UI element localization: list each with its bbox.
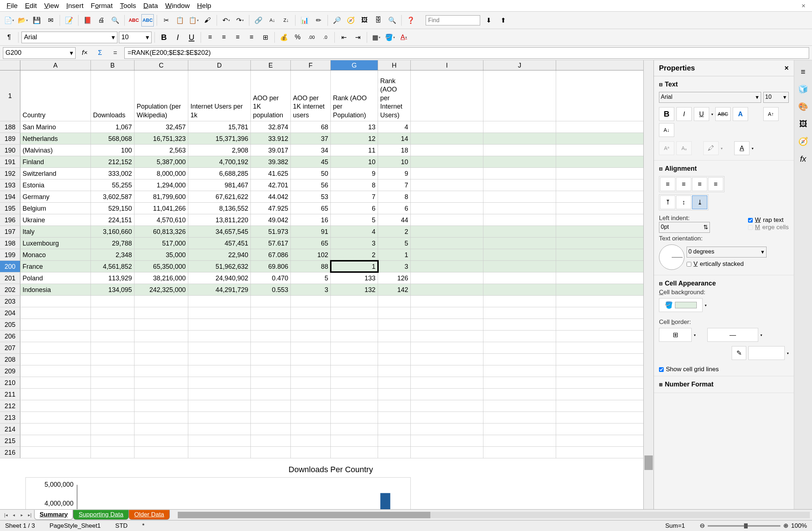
cell-F204[interactable]	[291, 307, 331, 319]
merge-cells-button[interactable]: ⊞	[259, 31, 272, 44]
cell-E213[interactable]	[251, 412, 291, 423]
cell-H197[interactable]: 2	[378, 226, 411, 237]
cell-A216[interactable]	[20, 447, 91, 458]
cell-A196[interactable]: Ukraine	[20, 214, 91, 226]
cell-I197[interactable]	[411, 226, 483, 237]
cell-J209[interactable]	[483, 365, 556, 377]
cell-F213[interactable]	[291, 412, 331, 423]
cell-B208[interactable]	[91, 354, 134, 365]
orientation-select[interactable]: 0 degrees▾	[687, 247, 767, 258]
cell-I207[interactable]	[411, 342, 483, 353]
styles-panel-icon[interactable]: 🎨	[797, 100, 810, 113]
row-header-194[interactable]: 194	[0, 191, 20, 202]
header-cell[interactable]: Country	[20, 70, 91, 121]
sort-asc-button[interactable]: A↓	[266, 14, 278, 27]
cell-D198[interactable]: 457,451	[188, 238, 251, 249]
paste-button[interactable]: 📋	[188, 14, 200, 27]
cell-I195[interactable]	[411, 203, 483, 214]
sb-halign-right[interactable]: ≡	[692, 177, 707, 191]
column-header-E[interactable]: E	[251, 60, 291, 70]
name-box[interactable]: G200	[3, 47, 76, 59]
sb-valign-top[interactable]: ⤒	[660, 195, 675, 209]
datasources-button[interactable]: 🗄	[372, 14, 385, 27]
cell-I202[interactable]	[411, 284, 483, 295]
insert-mode-label[interactable]: STD	[115, 522, 128, 530]
cell-F212[interactable]	[291, 400, 331, 412]
cell-H216[interactable]	[378, 447, 411, 458]
header-cell[interactable]: Rank (AOO per Population)	[331, 70, 378, 121]
cell-C199[interactable]: 35,000	[134, 249, 188, 260]
border-color-button[interactable]: ✎	[732, 346, 746, 360]
zoom-out-button[interactable]: ⊖	[700, 522, 705, 530]
cell-C213[interactable]	[134, 412, 188, 423]
cell-G203[interactable]	[331, 296, 378, 307]
cell-E208[interactable]	[251, 354, 291, 365]
cell-G196[interactable]: 5	[331, 214, 378, 226]
cell-E212[interactable]	[251, 400, 291, 412]
cell-H188[interactable]: 4	[378, 121, 411, 133]
cell-F211[interactable]	[291, 389, 331, 400]
menu-data[interactable]: Data	[140, 0, 161, 11]
functions-panel-icon[interactable]: fx	[797, 153, 810, 166]
header-cell[interactable]	[411, 70, 483, 121]
cell-F199[interactable]: 102	[291, 249, 331, 260]
cell-D216[interactable]	[188, 447, 251, 458]
cell-J210[interactable]	[483, 377, 556, 388]
zoom-button[interactable]: 🔍	[386, 14, 398, 27]
row-header-200[interactable]: 200	[0, 261, 20, 272]
cell-B216[interactable]	[91, 447, 134, 458]
cell-B202[interactable]: 134,095	[91, 284, 134, 295]
cell-J207[interactable]	[483, 342, 556, 353]
cell-J189[interactable]	[483, 133, 556, 144]
cell-E191[interactable]: 39.382	[251, 156, 291, 167]
cell-D188[interactable]: 15,781	[188, 121, 251, 133]
cell-G204[interactable]	[331, 307, 378, 319]
cell-E201[interactable]: 0.470	[251, 272, 291, 284]
row-header-199[interactable]: 199	[0, 249, 20, 260]
cell-G197[interactable]: 4	[331, 226, 378, 237]
cell-A199[interactable]: Monaco	[20, 249, 91, 260]
cell-C209[interactable]	[134, 365, 188, 377]
cell-F202[interactable]: 3	[291, 284, 331, 295]
menu-tools[interactable]: Tools	[116, 0, 140, 11]
cell-D192[interactable]: 6,688,285	[188, 168, 251, 179]
new-doc-button[interactable]: 📄	[3, 14, 15, 27]
cell-C202[interactable]: 242,325,000	[134, 284, 188, 295]
cell-F203[interactable]	[291, 296, 331, 307]
sb-grow-font-button[interactable]: A↑	[763, 107, 779, 121]
underline-button[interactable]: U	[185, 31, 198, 44]
row-header-198[interactable]: 198	[0, 238, 20, 249]
cell-B191[interactable]: 212,152	[91, 156, 134, 167]
cell-F192[interactable]: 50	[291, 168, 331, 179]
cell-C207[interactable]	[134, 342, 188, 353]
cell-J206[interactable]	[483, 331, 556, 342]
cell-H204[interactable]	[378, 307, 411, 319]
cell-I201[interactable]	[411, 272, 483, 284]
cell-D209[interactable]	[188, 365, 251, 377]
find-prev-button[interactable]: ⬆	[497, 14, 509, 27]
cell-G194[interactable]: 7	[331, 191, 378, 202]
cell-H214[interactable]	[378, 423, 411, 435]
cell-F209[interactable]	[291, 365, 331, 377]
cell-A191[interactable]: Finland	[20, 156, 91, 167]
column-header-A[interactable]: A	[20, 60, 91, 70]
show-draw-button[interactable]: ✏	[312, 14, 325, 27]
cell-C208[interactable]	[134, 354, 188, 365]
cell-A206[interactable]	[20, 331, 91, 342]
cell-C216[interactable]	[134, 447, 188, 458]
cell-H215[interactable]	[378, 435, 411, 446]
row-header-205[interactable]: 205	[0, 319, 20, 330]
cell-B212[interactable]	[91, 400, 134, 412]
cell-I192[interactable]	[411, 168, 483, 179]
row-header-215[interactable]: 215	[0, 435, 20, 446]
row-header-209[interactable]: 209	[0, 365, 20, 377]
cell-J196[interactable]	[483, 214, 556, 226]
cell-H194[interactable]: 8	[378, 191, 411, 202]
row-header-214[interactable]: 214	[0, 423, 20, 435]
cell-G191[interactable]: 10	[331, 156, 378, 167]
cell-G201[interactable]: 133	[331, 272, 378, 284]
header-cell[interactable]: Internet Users per 1k	[188, 70, 251, 121]
cell-B209[interactable]	[91, 365, 134, 377]
cell-J201[interactable]	[483, 272, 556, 284]
cell-D208[interactable]	[188, 354, 251, 365]
